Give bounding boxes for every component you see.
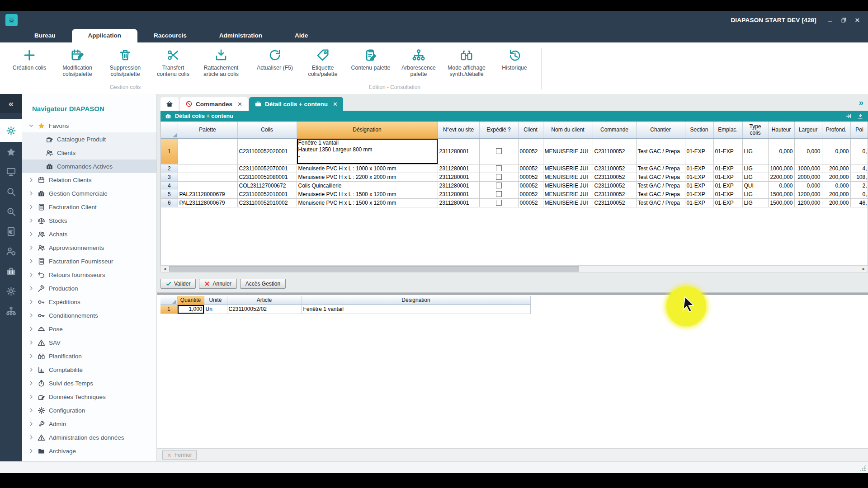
- cell[interactable]: C231100052: [593, 198, 636, 207]
- menu-tab-raccourcis[interactable]: Raccourcis: [137, 29, 203, 42]
- ribbon-button-clipboard-edit[interactable]: Contenu palette: [347, 47, 395, 71]
- cell[interactable]: 1200,000: [794, 190, 822, 198]
- cell[interactable]: 0,000: [822, 138, 850, 164]
- column-header-hauteur[interactable]: Hauteur: [768, 122, 794, 138]
- cell[interactable]: 01-EXP: [713, 198, 742, 207]
- cell[interactable]: C231100052: [593, 173, 636, 181]
- column-header-chantier[interactable]: Chantier: [636, 122, 685, 138]
- column-header-section[interactable]: Section: [685, 122, 713, 138]
- minimize-button[interactable]: [826, 16, 834, 23]
- strip-settings-button[interactable]: [0, 281, 22, 301]
- strip-search-button[interactable]: [0, 182, 22, 202]
- checkbox-unchecked[interactable]: [496, 165, 502, 171]
- checkbox-unchecked[interactable]: [496, 174, 502, 180]
- ribbon-button-refresh[interactable]: Actualiser (F5): [251, 47, 299, 71]
- column-header-palette[interactable]: Palette: [178, 122, 237, 138]
- strip-hierarchy-button[interactable]: [0, 301, 22, 321]
- cell[interactable]: Test GAC / Prepa: [636, 173, 685, 181]
- cell[interactable]: [178, 181, 237, 190]
- cell[interactable]: 1500,000: [768, 190, 794, 198]
- cell[interactable]: [479, 190, 518, 198]
- menu-tab-application[interactable]: Application: [72, 29, 138, 42]
- cell[interactable]: 200,000: [822, 190, 850, 198]
- cell[interactable]: LIG: [742, 198, 768, 207]
- sidebar-item-approvisionnements[interactable]: Approvisionnements: [22, 241, 156, 254]
- cell[interactable]: LIG: [742, 164, 768, 173]
- sidebar-item-exp-ditions[interactable]: Expéditions: [22, 295, 156, 309]
- sidebar-item-archivage[interactable]: Archivage: [22, 444, 156, 458]
- menu-tab-aide[interactable]: Aide: [278, 29, 324, 42]
- ribbon-button-calendar-edit[interactable]: Modification colis/palette: [53, 47, 101, 77]
- cell[interactable]: 2311280001: [438, 164, 479, 173]
- cell[interactable]: [479, 173, 518, 181]
- cell[interactable]: PAL231128000679: [178, 198, 237, 207]
- valider-button[interactable]: Valider: [160, 279, 196, 289]
- sidebar-item-relation-clients[interactable]: Relation Clients: [22, 173, 156, 187]
- row-number-cell[interactable]: 6: [161, 198, 178, 207]
- cell[interactable]: 01-EXP: [713, 190, 742, 198]
- cell[interactable]: C231100052010001: [237, 190, 297, 198]
- sidebar-item-retours-fournisseurs[interactable]: Retours fournisseurs: [22, 268, 156, 282]
- cell[interactable]: Colis Quincaillerie: [297, 181, 438, 190]
- cell[interactable]: LIG: [742, 173, 768, 181]
- scrollbar-thumb[interactable]: [169, 266, 579, 272]
- sidebar-item-facturation-fournisseur[interactable]: Facturation Fournisseur: [22, 254, 156, 268]
- menu-tab-bureau[interactable]: Bureau: [18, 29, 72, 42]
- cell[interactable]: 01-EXP: [713, 173, 742, 181]
- cell[interactable]: MENUISERIE JUI: [543, 173, 593, 181]
- cell[interactable]: 108,: [850, 173, 868, 181]
- cell[interactable]: 0,000: [794, 181, 822, 190]
- scroll-left-arrow[interactable]: ◄: [161, 266, 169, 272]
- cell[interactable]: 1200,000: [794, 198, 822, 207]
- ribbon-button-sitemap[interactable]: Arborescence palette: [395, 47, 443, 77]
- cell[interactable]: COL231127000672: [237, 181, 297, 190]
- strip-invoice-button[interactable]: [0, 221, 22, 241]
- cell[interactable]: Fenêtre 1 vantail Hauteur 1350 Largeur 8…: [297, 138, 438, 164]
- cell[interactable]: 0,000: [794, 138, 822, 164]
- cell[interactable]: 01-EXP: [685, 138, 713, 164]
- column-header-nom-du-client[interactable]: Nom du client: [543, 122, 593, 138]
- annuler-button[interactable]: Annuler: [199, 279, 236, 289]
- cell[interactable]: 2311280001: [438, 198, 479, 207]
- cell[interactable]: C231100052070001: [237, 164, 297, 173]
- cell[interactable]: 1000,000: [794, 164, 822, 173]
- row-number-cell[interactable]: 5: [161, 190, 178, 198]
- download-icon[interactable]: [857, 113, 863, 119]
- cell[interactable]: Test GAC / Prepa: [636, 164, 685, 173]
- sidebar-item-production[interactable]: Production: [22, 282, 156, 295]
- checkbox-unchecked[interactable]: [496, 148, 502, 154]
- sidebar-item-administration-des-donn-es[interactable]: Administration des données: [22, 431, 156, 444]
- cell[interactable]: 2311280001: [438, 190, 479, 198]
- tab-overflow-chevrons-icon[interactable]: »: [859, 98, 863, 108]
- resize-grip[interactable]: [859, 465, 866, 471]
- cell[interactable]: Menuiserie PVC H x L : 2200 x 2000 mm: [297, 173, 438, 181]
- cell[interactable]: [479, 181, 518, 190]
- cell[interactable]: 1000,000: [768, 164, 794, 173]
- cell[interactable]: MENUISERIE JUI: [543, 138, 593, 164]
- ribbon-button-tag[interactable]: Etiquette colis/palette: [299, 47, 347, 77]
- column-header-emplac-[interactable]: Emplac.: [713, 122, 742, 138]
- cell[interactable]: Menuiserie PVC H x L : 1500 x 1200 mm: [297, 190, 438, 198]
- row-number-cell[interactable]: 4: [161, 181, 178, 190]
- cell[interactable]: 2311280001: [438, 181, 479, 190]
- column-header-d-signation[interactable]: Désignation: [302, 296, 530, 305]
- column-header-client[interactable]: Client: [518, 122, 543, 138]
- sidebar-item-commandes-actives[interactable]: Commandes Actives: [22, 160, 156, 173]
- cell[interactable]: 01-EXP: [713, 164, 742, 173]
- sidebar-item-pose[interactable]: Pose: [22, 322, 156, 336]
- arrow-to-end-icon[interactable]: [845, 113, 852, 119]
- ribbon-button-tray-download[interactable]: Rattachement article au colis: [197, 47, 245, 77]
- cell[interactable]: 200,000: [822, 164, 850, 173]
- sidebar-item-suivi-des-temps[interactable]: Suivi des Temps: [22, 376, 156, 390]
- ribbon-button-history[interactable]: Historique: [491, 47, 538, 71]
- cell[interactable]: 2000,000: [794, 173, 822, 181]
- cell[interactable]: 01-EXP: [685, 190, 713, 198]
- cell[interactable]: C231100052: [593, 164, 636, 173]
- menu-tab-administration[interactable]: Administration: [203, 29, 278, 42]
- cell[interactable]: Menuiserie PVC H x L : 1000 x 1000 mm: [297, 164, 438, 173]
- cell[interactable]: 46,: [850, 198, 868, 207]
- strip-user-security-button[interactable]: [0, 241, 22, 261]
- cell[interactable]: 01-EXP: [713, 138, 742, 164]
- cell[interactable]: PAL231128000679: [178, 190, 237, 198]
- cell[interactable]: Test GAC / Prepa: [636, 181, 685, 190]
